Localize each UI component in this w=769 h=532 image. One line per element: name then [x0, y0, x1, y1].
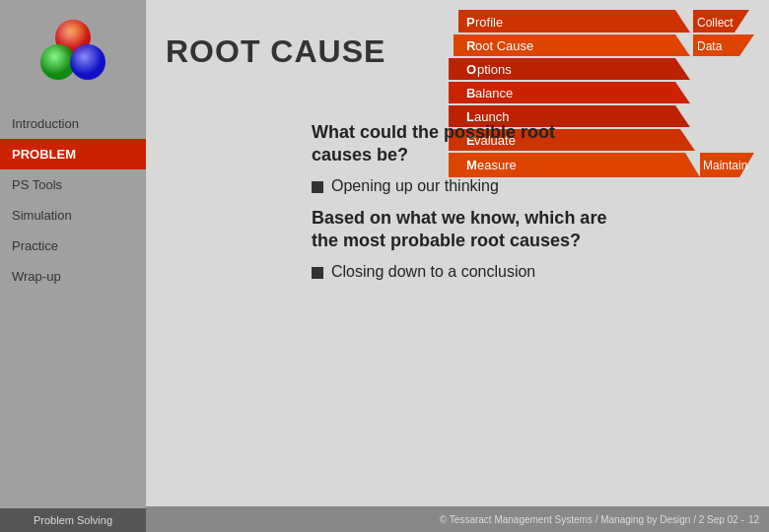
- svg-text:B: B: [466, 86, 475, 100]
- bullet2-text: Closing down to a conclusion: [331, 263, 535, 281]
- bullet2-item: Closing down to a conclusion: [312, 263, 607, 281]
- bullet1-item: Opening up our thinking: [312, 177, 607, 195]
- sidebar-bottom-label: Problem Solving: [0, 508, 146, 532]
- svg-text:ptions: ptions: [477, 62, 512, 77]
- bullet1-icon: [312, 181, 323, 193]
- svg-text:Data: Data: [697, 39, 723, 53]
- svg-text:O: O: [466, 62, 476, 77]
- svg-text:rofile: rofile: [475, 15, 503, 30]
- question1-heading: What could the possible root causes be?: [312, 121, 607, 167]
- sidebar-item-introduction[interactable]: Introduction: [0, 108, 146, 139]
- page-title: ROOT CAUSE: [166, 33, 385, 70]
- bullet2-icon: [312, 267, 323, 279]
- content-area: What could the possible root causes be? …: [292, 106, 627, 287]
- svg-text:Maintain: Maintain: [703, 159, 747, 172]
- logo-icon: [36, 18, 110, 92]
- svg-text:oot Cause: oot Cause: [475, 38, 533, 53]
- sidebar-item-practice[interactable]: Practice: [0, 231, 146, 261]
- svg-point-3: [55, 20, 91, 55]
- footer: © Tessaract Management Systems / Managin…: [146, 506, 769, 532]
- question2-heading: Based on what we know, which are the mos…: [312, 207, 607, 253]
- footer-page-number: 12: [748, 514, 759, 525]
- bullet1-text: Opening up our thinking: [331, 177, 499, 195]
- main-content: ROOT CAUSE P rofile Collec: [146, 0, 769, 532]
- svg-text:Collect: Collect: [697, 16, 734, 30]
- logo-area: [0, 0, 146, 108]
- svg-text:alance: alance: [475, 86, 513, 100]
- sidebar-item-ps-tools[interactable]: PS Tools: [0, 169, 146, 200]
- nav-list: IntroductionPROBLEMPS ToolsSimulationPra…: [0, 108, 146, 292]
- footer-copyright: © Tessaract Management Systems / Managin…: [440, 514, 744, 525]
- sidebar-item-problem[interactable]: PROBLEM: [0, 139, 146, 169]
- sidebar-item-simulation[interactable]: Simulation: [0, 200, 146, 231]
- sidebar: IntroductionPROBLEMPS ToolsSimulationPra…: [0, 0, 146, 532]
- svg-text:P: P: [466, 15, 475, 30]
- sidebar-item-wrap-up[interactable]: Wrap-up: [0, 261, 146, 292]
